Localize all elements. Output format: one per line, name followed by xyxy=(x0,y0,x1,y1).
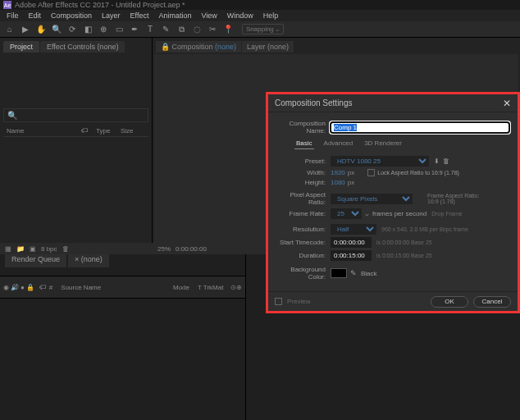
project-search[interactable]: 🔍 xyxy=(3,108,148,122)
lock-col-icon[interactable]: 🔒 xyxy=(26,284,34,291)
layer-tab[interactable]: Layer (none) xyxy=(242,41,294,52)
far-value: 16:9 (1.78) xyxy=(427,199,479,204)
render-queue-tab[interactable]: Render Queue xyxy=(5,254,66,267)
label-col-icon[interactable]: 🏷 xyxy=(39,284,46,291)
bgcolor-name: Black xyxy=(361,270,377,277)
lock-icon: 🔒 xyxy=(161,43,170,51)
menu-view[interactable]: View xyxy=(196,11,221,20)
menu-edit[interactable]: Edit xyxy=(24,11,47,20)
app-icon: Ae xyxy=(3,1,11,9)
height-input[interactable]: 1080 xyxy=(331,179,345,186)
tab-3d-renderer[interactable]: 3D Renderer xyxy=(363,138,404,149)
selection-tool-icon[interactable]: ▶ xyxy=(19,23,32,36)
preview-label: Preview xyxy=(287,298,310,305)
trash-icon[interactable]: 🗑 xyxy=(62,245,69,253)
new-comp-icon[interactable]: ▣ xyxy=(30,245,36,253)
save-preset-icon[interactable]: ⬇ xyxy=(434,158,440,165)
zoom-tool-icon[interactable]: 🔍 xyxy=(50,23,63,36)
height-label: Height: xyxy=(276,179,331,186)
panbehind-tool-icon[interactable]: ⊕ xyxy=(97,23,110,36)
dialog-title: Composition Settings xyxy=(275,98,353,107)
lock-aspect-checkbox[interactable] xyxy=(367,169,375,176)
dropframe-label: Drop Frame xyxy=(431,211,462,217)
window-titlebar: Ae Adobe After Effects CC 2017 - Untitle… xyxy=(0,0,520,10)
cancel-button[interactable]: Cancel xyxy=(473,296,511,308)
menu-bar: File Edit Composition Layer Effect Anima… xyxy=(0,10,520,21)
preset-label: Preset: xyxy=(276,158,331,165)
camera-tool-icon[interactable]: ◧ xyxy=(81,23,94,36)
delete-preset-icon[interactable]: 🗑 xyxy=(443,158,449,165)
eraser-tool-icon[interactable]: ◌ xyxy=(190,23,203,36)
menu-file[interactable]: File xyxy=(2,11,24,20)
audio-icon[interactable]: 🔊 xyxy=(11,284,19,291)
tool-bar: ⌂ ▶ ✋ 🔍 ⟳ ◧ ⊕ ▭ ✒ T ✎ ⧉ ◌ ✂ 📍 Snapping ⌵ xyxy=(0,21,520,38)
timeline-none-tab[interactable]: × (none) xyxy=(68,254,109,267)
brush-tool-icon[interactable]: ✎ xyxy=(159,23,172,36)
folder-icon[interactable]: 📁 xyxy=(16,245,25,253)
comp-name-input[interactable] xyxy=(331,122,509,133)
home-tool-icon[interactable]: ⌂ xyxy=(3,23,16,36)
clone-tool-icon[interactable]: ⧉ xyxy=(175,23,188,36)
eyedropper-icon[interactable]: ✎ xyxy=(350,269,357,277)
width-input[interactable]: 1920 xyxy=(331,169,345,176)
resolution-info: 960 x 540, 2.0 MB per 8bpc frame xyxy=(381,226,468,232)
tab-basic[interactable]: Basic xyxy=(294,138,314,149)
zoom-level[interactable]: 25% xyxy=(157,245,171,253)
menu-window[interactable]: Window xyxy=(222,11,258,20)
preset-select[interactable]: HDTV 1080 25 xyxy=(331,156,429,167)
timeline-header: ◉ 🔊 ● 🔒 🏷 # Source Name Mode T TrkMat ⊙⊕ xyxy=(0,276,245,299)
parent-icon[interactable]: ⊙⊕ xyxy=(230,284,242,291)
close-icon[interactable]: ✕ xyxy=(503,98,511,109)
effect-controls-tab[interactable]: Effect Controls (none) xyxy=(40,41,125,52)
col-size[interactable]: Size xyxy=(121,127,145,135)
project-footer: ▦ 📁 ▣ 8 bpc 🗑 xyxy=(0,243,153,254)
framerate-select[interactable]: 25 xyxy=(331,208,362,219)
col-type[interactable]: Type xyxy=(96,127,121,135)
mode-col[interactable]: Mode xyxy=(173,284,198,291)
rotate-tool-icon[interactable]: ⟳ xyxy=(66,23,79,36)
bgcolor-label: Background Color: xyxy=(276,266,331,281)
menu-effect[interactable]: Effect xyxy=(125,11,154,20)
mask-tool-icon[interactable]: ▭ xyxy=(112,23,125,36)
duration-input[interactable] xyxy=(331,250,372,261)
preview-checkbox[interactable] xyxy=(275,298,282,305)
search-icon: 🔍 xyxy=(7,111,17,120)
type-tool-icon[interactable]: T xyxy=(144,23,157,36)
interpret-icon[interactable]: ▦ xyxy=(5,245,11,253)
project-panel: Project Effect Controls (none) 🔍 Name 🏷 … xyxy=(0,38,153,243)
ok-button[interactable]: OK xyxy=(431,296,468,308)
menu-animation[interactable]: Animation xyxy=(153,11,196,20)
menu-help[interactable]: Help xyxy=(258,11,284,20)
puppet-tool-icon[interactable]: 📍 xyxy=(221,23,235,36)
trkmat-col[interactable]: T TrkMat xyxy=(198,284,230,291)
resolution-select[interactable]: Half xyxy=(331,224,376,235)
roto-tool-icon[interactable]: ✂ xyxy=(206,23,219,36)
par-label: Pixel Aspect Ratio: xyxy=(276,191,331,206)
pen-tool-icon[interactable]: ✒ xyxy=(128,23,141,36)
solo-icon[interactable]: ● xyxy=(21,284,25,291)
viewer-time[interactable]: 0:00:00:00 xyxy=(176,245,207,253)
framerate-label: Frame Rate: xyxy=(276,210,331,217)
source-name-col[interactable]: Source Name xyxy=(61,284,173,291)
col-name[interactable]: Name xyxy=(7,127,81,135)
window-title: Adobe After Effects CC 2017 - Untitled P… xyxy=(15,1,185,9)
start-tc-info: is 0:00:00:00 Base 25 xyxy=(376,240,432,245)
menu-layer[interactable]: Layer xyxy=(97,11,125,20)
eye-icon[interactable]: ◉ xyxy=(3,284,9,291)
duration-label: Duration: xyxy=(276,252,331,259)
bgcolor-swatch[interactable] xyxy=(331,268,347,278)
start-timecode-label: Start Timecode: xyxy=(276,239,331,246)
composition-settings-dialog: Composition Settings ✕ Composition Name:… xyxy=(266,92,520,313)
project-tab[interactable]: Project xyxy=(3,41,39,52)
tag-icon: 🏷 xyxy=(81,127,88,135)
par-select[interactable]: Square Pixels xyxy=(331,194,413,204)
lock-aspect-label: Lock Aspect Ratio to 16:9 (1.78) xyxy=(377,170,459,176)
snapping-toggle[interactable]: Snapping ⌵ xyxy=(242,24,284,34)
start-timecode-input[interactable] xyxy=(331,237,372,248)
menu-composition[interactable]: Composition xyxy=(46,11,97,20)
comp-name-label: Composition Name: xyxy=(276,120,331,135)
composition-tab[interactable]: 🔒 Composition (none) xyxy=(156,41,241,52)
bpc-label[interactable]: 8 bpc xyxy=(41,245,57,253)
hand-tool-icon[interactable]: ✋ xyxy=(34,23,48,36)
tab-advanced[interactable]: Advanced xyxy=(322,138,355,149)
